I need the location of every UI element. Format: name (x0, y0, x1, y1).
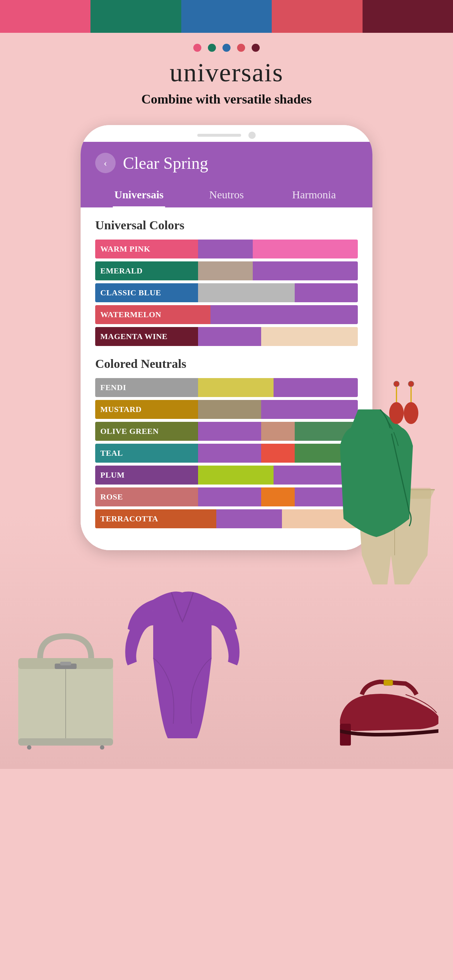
svg-point-6 (373, 428, 380, 435)
warm-pink-seg3 (253, 240, 358, 258)
terracotta-label: TERRACOTTA (95, 509, 216, 528)
magenta-wine-seg2 (198, 327, 261, 346)
dots-row (193, 44, 260, 52)
svg-rect-16 (340, 724, 351, 746)
svg-rect-17 (384, 680, 393, 686)
magenta-wine-label: MAGENTA WINE (95, 327, 198, 346)
notch-line (197, 134, 241, 137)
phone-mockup: ‹ Clear Spring Universais Neutros Harmon… (81, 125, 372, 550)
color-row-watermelon[interactable]: WATERMELON (95, 305, 358, 324)
top-bar-red (272, 0, 362, 33)
phone-notch (81, 125, 372, 142)
color-row-emerald[interactable]: EMERALD (95, 261, 358, 280)
color-row-plum[interactable]: PLUM (95, 466, 358, 485)
olive-green-seg2 (198, 422, 261, 441)
teal-label: TEAL (95, 444, 198, 463)
title-row: ‹ Clear Spring (95, 153, 358, 173)
dot-blue (222, 44, 231, 52)
emerald-label: EMERALD (95, 261, 198, 280)
watermelon-label: WATERMELON (95, 305, 211, 324)
classic-blue-seg3 (295, 283, 358, 302)
dot-teal (208, 44, 216, 52)
neutral-color-rows: FENDI MUSTARD OLIVE GREEN (95, 378, 358, 528)
teal-seg3 (261, 444, 295, 463)
tagline: Combine with versatile shades (142, 92, 312, 107)
color-row-terracotta[interactable]: TERRACOTTA (95, 509, 358, 528)
dot-wine (252, 44, 260, 52)
notch-camera (248, 132, 256, 139)
olive-green-seg3 (261, 422, 295, 441)
rose-seg2 (198, 487, 261, 506)
warm-pink-seg2 (198, 240, 253, 258)
svg-point-4 (404, 402, 418, 424)
svg-rect-13 (18, 738, 113, 746)
svg-point-14 (27, 745, 31, 749)
tab-neutros[interactable]: Neutros (183, 182, 270, 207)
mustard-label: MUSTARD (95, 400, 198, 419)
dot-red (237, 44, 245, 52)
olive-green-label: OLIVE GREEN (95, 422, 198, 441)
color-row-fendi[interactable]: FENDI (95, 378, 358, 397)
magenta-wine-seg3 (261, 327, 358, 346)
teal-seg2 (198, 444, 261, 463)
purple-top-svg (124, 585, 241, 767)
back-button[interactable]: ‹ (95, 153, 116, 173)
universal-colors-title: Universal Colors (95, 218, 358, 232)
terracotta-seg2 (216, 509, 282, 528)
classic-blue-label: CLASSIC BLUE (95, 283, 198, 302)
color-row-mustard[interactable]: MUSTARD (95, 400, 358, 419)
screen-title: Clear Spring (123, 153, 208, 173)
top-color-bar (0, 0, 453, 33)
tab-universais[interactable]: Universais (95, 182, 183, 207)
red-shoes-svg (333, 676, 442, 767)
svg-rect-11 (60, 662, 71, 665)
svg-point-15 (100, 745, 104, 749)
fendi-label: FENDI (95, 378, 198, 397)
top-bar-blue (181, 0, 272, 33)
emerald-seg2 (198, 261, 253, 280)
top-bar-pink (0, 0, 91, 33)
plum-seg2 (198, 466, 274, 485)
screen-header: ‹ Clear Spring Universais Neutros Harmon… (81, 142, 372, 207)
rose-label: ROSE (95, 487, 198, 506)
svg-point-3 (408, 381, 414, 387)
fendi-seg3 (274, 378, 358, 397)
universal-color-rows: WARM PINK EMERALD CLASSIC BLUE (95, 240, 358, 346)
top-bar-teal (91, 0, 181, 33)
color-row-classic-blue[interactable]: CLASSIC BLUE (95, 283, 358, 302)
bag (11, 622, 120, 762)
plum-label: PLUM (95, 466, 198, 485)
bag-svg (11, 622, 120, 760)
earrings-svg (388, 380, 420, 428)
mustard-seg2 (198, 400, 261, 419)
color-row-rose[interactable]: ROSE (95, 487, 358, 506)
tab-row: Universais Neutros Harmonia (95, 182, 358, 207)
purple-top (124, 585, 241, 769)
phone-wrap: ‹ Clear Spring Universais Neutros Harmon… (0, 125, 453, 550)
tab-harmonia[interactable]: Harmonia (270, 182, 358, 207)
rose-seg3 (261, 487, 295, 506)
screen-content: Universal Colors WARM PINK EMERALD CLASS… (81, 207, 372, 550)
color-row-magenta-wine[interactable]: MAGENTA WINE (95, 327, 358, 346)
fendi-seg2 (198, 378, 274, 397)
color-row-olive-green[interactable]: OLIVE GREEN (95, 422, 358, 441)
header: universais Combine with versatile shades (0, 33, 453, 125)
warm-pink-label: WARM PINK (95, 240, 198, 258)
watermelon-seg2 (211, 305, 358, 324)
dot-pink (193, 44, 201, 52)
top-bar-wine (362, 0, 453, 33)
colored-neutrals-title: Colored Neutrals (95, 357, 358, 371)
earrings (388, 380, 420, 429)
svg-point-1 (389, 402, 404, 424)
emerald-seg3 (253, 261, 358, 280)
classic-blue-seg2 (198, 283, 295, 302)
red-shoes (333, 676, 442, 769)
color-row-teal[interactable]: TEAL (95, 444, 358, 463)
app-name: universais (170, 57, 283, 88)
color-row-warm-pink[interactable]: WARM PINK (95, 240, 358, 258)
svg-point-0 (394, 381, 399, 387)
